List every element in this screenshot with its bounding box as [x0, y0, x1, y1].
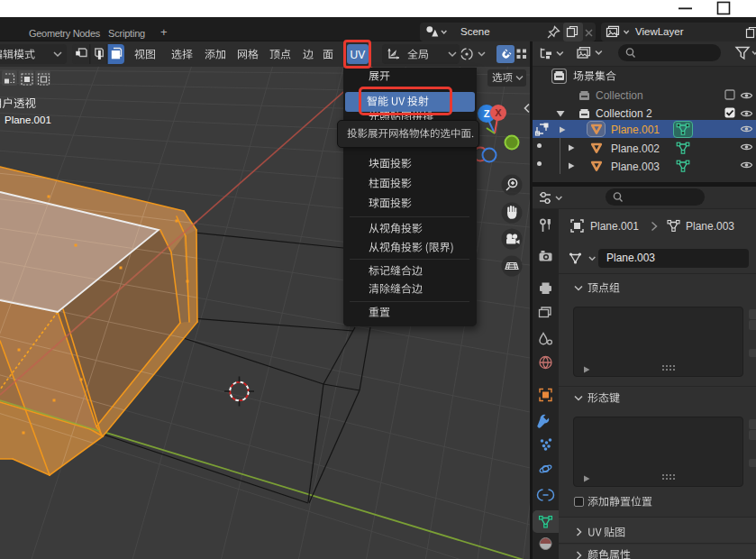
- svg-text:X: X: [495, 107, 502, 118]
- svg-text:Z: Z: [484, 108, 490, 119]
